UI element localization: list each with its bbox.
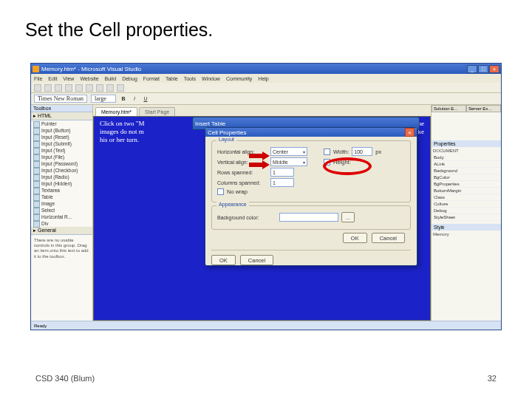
toolbox-item[interactable]: Input (Hidden) (31, 180, 92, 187)
toolbar-button[interactable] (106, 84, 114, 92)
toolbox-panel: Toolbox ▸ HTML Pointer Input (Button) In… (31, 105, 93, 321)
prop-row[interactable]: Class (432, 194, 501, 201)
bold-button[interactable]: B (120, 96, 127, 101)
toolbox-item[interactable]: Select (31, 207, 92, 214)
prop-row[interactable]: Background (432, 168, 501, 174)
toolbar-button[interactable] (34, 84, 41, 92)
nowrap-label: No wrap (227, 188, 248, 195)
prop-row[interactable]: Culture (432, 201, 501, 208)
menu-window[interactable]: Window (202, 76, 220, 81)
statusbar: Ready (31, 321, 501, 330)
outer-cancel-button[interactable]: Cancel (240, 255, 273, 265)
font-name-select[interactable]: Times New Roman (34, 95, 87, 103)
underline-button[interactable]: U (142, 96, 149, 101)
menu-tools[interactable]: Tools (184, 76, 196, 81)
prop-row[interactable]: Debug (432, 208, 501, 214)
vs-format-toolbar: Times New Roman large B I U (31, 93, 501, 105)
menu-edit[interactable]: Edit (48, 76, 57, 81)
toolbox-item[interactable]: Horizontal R... (31, 214, 92, 220)
halign-select[interactable]: Center (270, 147, 307, 156)
font-size-select[interactable]: large (91, 95, 116, 103)
vs-menubar: File Edit View Website Build Debug Forma… (31, 74, 501, 83)
toolbox-item[interactable]: Input (Text) (31, 147, 92, 154)
toolbox-html-section[interactable]: ▸ HTML (31, 112, 92, 120)
dialog-titlebar: Cell Properties × (205, 128, 417, 137)
page-number: 32 (488, 374, 497, 383)
nowrap-checkbox[interactable] (217, 188, 224, 195)
editor-area: Memory.htm* Start Page Click on two "M t… (93, 105, 431, 321)
toolbar-button[interactable] (75, 84, 83, 92)
toolbox-general-section[interactable]: ▸ General (31, 227, 92, 235)
toolbox-item[interactable]: Input (Submit) (31, 140, 92, 147)
close-button[interactable]: × (489, 65, 499, 73)
prop-row[interactable]: BottomMargin (432, 188, 501, 194)
width-input[interactable]: 100 (352, 147, 372, 156)
menu-build[interactable]: Build (105, 76, 117, 81)
cancel-button[interactable]: Cancel (372, 233, 405, 243)
server-explorer-tab[interactable]: Server Ex... (466, 105, 501, 112)
valign-select[interactable]: Middle (270, 157, 307, 166)
dialog-close-button[interactable]: × (405, 128, 415, 137)
vs-toolbar (31, 83, 501, 93)
width-unit: px (375, 149, 381, 155)
vs-app-icon (33, 66, 39, 72)
toolbox-item[interactable]: Input (Checkbox) (31, 167, 92, 174)
toolbar-button[interactable] (86, 84, 93, 92)
cell-properties-dialog: Cell Properties × Layout Horizontal alig… (205, 127, 417, 266)
toolbox-item[interactable]: Input (Password) (31, 160, 92, 167)
toolbox-item[interactable]: Input (Reset) (31, 134, 92, 140)
appearance-group-title: Appearance (216, 202, 249, 207)
tab-memory[interactable]: Memory.htm* (95, 107, 137, 116)
toolbar-button[interactable] (55, 84, 62, 92)
menu-view[interactable]: View (63, 76, 74, 81)
tab-startpage[interactable]: Start Page (139, 107, 175, 116)
italic-button[interactable]: I (131, 96, 138, 101)
menu-website[interactable]: Website (80, 76, 98, 81)
rowspan-label: Rows spanned: (217, 170, 267, 175)
layout-group-title: Layout (216, 137, 236, 142)
prop-row[interactable]: ALink (432, 161, 501, 168)
solution-explorer-tab[interactable]: Solution E... (432, 105, 466, 112)
colspan-input[interactable]: 1 (270, 178, 294, 187)
menu-help[interactable]: Help (258, 76, 268, 81)
menu-debug[interactable]: Debug (122, 76, 137, 81)
toolbox-note: There are no usable controls in this gro… (31, 235, 92, 262)
minimize-button[interactable]: _ (467, 65, 477, 73)
toolbox-item[interactable]: Input (File) (31, 154, 92, 160)
properties-header: Properties (432, 140, 501, 147)
properties-subject: DOCUMENT (432, 147, 501, 154)
colspan-label: Columns spanned: (217, 180, 267, 185)
toolbox-item[interactable]: Image (31, 200, 92, 207)
prop-row[interactable]: Body (432, 154, 501, 161)
outer-ok-button[interactable]: OK (211, 255, 236, 265)
toolbox-item[interactable]: Input (Button) (31, 127, 92, 134)
toolbar-button[interactable] (65, 84, 72, 92)
toolbar-button[interactable] (96, 84, 103, 92)
toolbox-item[interactable]: Div (31, 220, 92, 227)
bgcolor-label: Background color: (217, 215, 276, 220)
document-area[interactable]: Click on two "M time your turn. If the i… (93, 116, 431, 321)
bgcolor-browse-button[interactable]: ... (341, 212, 355, 222)
menu-format[interactable]: Format (143, 76, 160, 81)
prop-row[interactable]: StyleSheet (432, 214, 501, 221)
menu-table[interactable]: Table (166, 76, 178, 81)
toolbox-item[interactable]: Textarea (31, 187, 92, 194)
width-checkbox[interactable] (324, 149, 330, 155)
toolbox-header: Toolbox (31, 105, 92, 112)
bgcolor-input[interactable] (279, 213, 338, 222)
toolbar-button[interactable] (44, 84, 52, 92)
maximize-button[interactable]: □ (478, 65, 488, 73)
annotation-ellipse-icon (323, 157, 372, 175)
footer-left: CSD 340 (Blum) (35, 374, 95, 383)
toolbox-item[interactable]: Table (31, 194, 92, 200)
vs-title-text: Memory.htm* - Microsoft Visual Studio (41, 66, 141, 72)
toolbar-button[interactable] (117, 84, 124, 92)
toolbox-item[interactable]: Pointer (31, 120, 92, 127)
menu-community[interactable]: Community (226, 76, 252, 81)
prop-row[interactable]: BgColor (432, 174, 501, 181)
menu-file[interactable]: File (34, 76, 42, 81)
prop-row[interactable]: BgProperties (432, 181, 501, 188)
rowspan-input[interactable]: 1 (270, 168, 294, 177)
ok-button[interactable]: OK (343, 233, 367, 243)
toolbox-item[interactable]: Input (Radio) (31, 174, 92, 180)
